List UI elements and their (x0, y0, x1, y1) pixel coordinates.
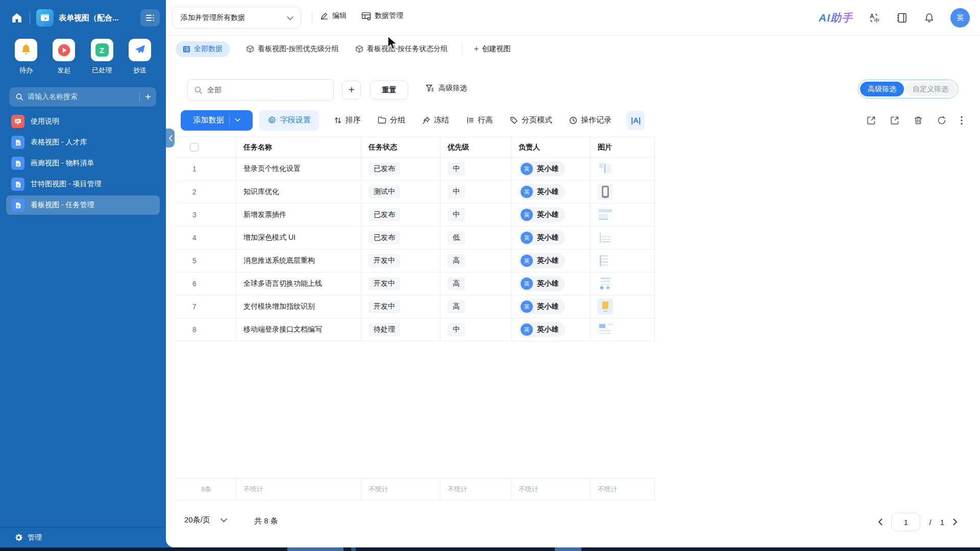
attachment-image[interactable] (598, 276, 613, 291)
toggle-advanced-filter[interactable]: 高级筛选 (860, 82, 904, 96)
delete-button[interactable] (914, 116, 923, 125)
table-row[interactable]: 5 消息推送系统底层重构 开发中 高 英英小雄 (177, 249, 655, 272)
table-row[interactable]: 1 登录页个性化设置 已发布 中 英英小雄 (177, 158, 655, 181)
create-view-button[interactable]: + 创建视图 (474, 44, 510, 54)
add-view-icon[interactable]: + (145, 92, 151, 102)
table-search-input[interactable]: 全部 (187, 79, 334, 101)
status-tag[interactable]: 开发中 (369, 300, 400, 313)
admin-button[interactable]: 管理 (0, 527, 166, 547)
owner-chip[interactable]: 英英小雄 (519, 299, 565, 314)
more-button[interactable] (961, 116, 963, 125)
column-stat[interactable]: 不统计 (369, 485, 388, 494)
sidebar-collapse-handle[interactable] (166, 129, 175, 147)
attachment-image[interactable] (598, 322, 613, 337)
task-name-cell[interactable]: 消息推送系统底层重构 (243, 256, 315, 265)
advanced-filter-button[interactable]: 高级筛选 (425, 84, 467, 93)
owner-chip[interactable]: 英英小雄 (519, 322, 565, 337)
page-size-dropdown[interactable]: 20条/页 (184, 515, 227, 525)
status-tag[interactable]: 测试中 (369, 185, 400, 198)
home-button[interactable] (9, 10, 24, 26)
pagination-mode-button[interactable]: 分页模式 (510, 115, 552, 125)
priority-tag[interactable]: 高 (448, 300, 465, 313)
tab-all-data[interactable]: 全部数据 (176, 41, 230, 57)
status-tag[interactable]: 开发中 (369, 254, 400, 267)
column-header[interactable]: 负责人 (519, 143, 540, 152)
add-data-button[interactable]: 添加数据 (181, 110, 253, 131)
column-stat[interactable]: 不统计 (519, 485, 538, 494)
owner-chip[interactable]: 英英小雄 (519, 230, 565, 245)
sidebar-item-table-view[interactable]: 表格视图 - 人才库 (6, 133, 160, 152)
attachment-image[interactable] (598, 207, 613, 222)
freeze-button[interactable]: 冻结 (422, 115, 449, 125)
quick-action-initiate[interactable]: 发起 (52, 39, 76, 75)
status-tag[interactable]: 已发布 (369, 208, 400, 221)
quick-action-cc[interactable]: 抄送 (128, 39, 152, 75)
priority-tag[interactable]: 高 (448, 277, 465, 290)
next-page-button[interactable] (953, 518, 958, 525)
table-row[interactable]: 2 知识库优化 测试中 中 英英小雄 (177, 181, 655, 204)
priority-tag[interactable]: 中 (448, 208, 465, 221)
column-header[interactable]: 任务名称 (243, 143, 272, 152)
current-page-input[interactable]: 1 (891, 513, 920, 531)
priority-tag[interactable]: 高 (448, 254, 465, 267)
priority-tag[interactable]: 低 (448, 231, 465, 244)
toggle-custom-filter[interactable]: 自定义筛选 (905, 82, 956, 96)
owner-chip[interactable]: 英英小雄 (519, 276, 565, 291)
status-tag[interactable]: 开发中 (369, 277, 400, 290)
task-name-cell[interactable]: 登录页个性化设置 (243, 164, 301, 173)
task-name-cell[interactable]: 全球多语言切换功能上线 (243, 279, 322, 288)
sidebar-item-kanban-view[interactable]: 看板视图 - 任务管理 (6, 195, 160, 215)
status-tag[interactable]: 已发布 (369, 162, 400, 176)
ai-assistant-logo[interactable]: AI助手 (819, 11, 853, 25)
status-tag[interactable]: 待处理 (369, 323, 400, 336)
attachment-image[interactable] (598, 184, 613, 199)
table-row[interactable]: 4 增加深色模式 UI 已发布 低 英英小雄 (177, 227, 655, 249)
group-button[interactable]: 分组 (378, 115, 405, 125)
refresh-button[interactable] (937, 116, 946, 125)
attachment-image[interactable] (598, 161, 613, 177)
prev-page-button[interactable] (878, 518, 883, 525)
priority-tag[interactable]: 中 (448, 185, 465, 198)
data-scope-dropdown[interactable]: 添加并管理所有数据 (172, 7, 301, 29)
sidebar-item-gantt-view[interactable]: 甘特图视图 - 项目管理 (6, 174, 160, 194)
owner-chip[interactable]: 英英小雄 (519, 253, 565, 268)
tab-kanban-status[interactable]: 看板视图-按任务状态分组 (355, 44, 448, 54)
column-stat[interactable]: 不统计 (598, 485, 618, 494)
data-manage-button[interactable]: 数据管理 (361, 11, 403, 20)
priority-tag[interactable]: 中 (448, 323, 465, 336)
table-row[interactable]: 6 全球多语言切换功能上线 开发中 高 英英小雄 (177, 272, 655, 295)
field-settings-button[interactable]: 字段设置 (259, 110, 319, 131)
select-all-checkbox[interactable] (190, 143, 199, 152)
ai-field-button[interactable]: |A| (627, 111, 645, 130)
owner-chip[interactable]: 英英小雄 (519, 161, 565, 177)
column-header[interactable]: 优先级 (448, 143, 469, 152)
quick-action-processed[interactable]: Z 已处理 (90, 39, 114, 75)
column-header[interactable]: 任务状态 (369, 143, 397, 152)
column-stat[interactable]: 不统计 (448, 485, 468, 494)
sidebar-menu-button[interactable] (140, 9, 160, 27)
notebook-button[interactable] (896, 12, 908, 24)
sort-button[interactable]: 排序 (334, 115, 361, 125)
attachment-image[interactable] (598, 299, 613, 314)
export-button[interactable] (890, 116, 899, 125)
reset-button[interactable]: 重置 (370, 81, 408, 99)
priority-tag[interactable]: 中 (448, 162, 465, 176)
notifications-button[interactable] (923, 12, 935, 24)
add-filter-button[interactable]: + (342, 81, 361, 99)
user-avatar[interactable]: 英 (950, 8, 970, 28)
column-header[interactable]: 图片 (598, 143, 612, 152)
attachment-image[interactable] (598, 230, 613, 245)
import-button[interactable] (867, 116, 876, 125)
owner-chip[interactable]: 英英小雄 (519, 184, 565, 199)
task-name-cell[interactable]: 增加深色模式 UI (243, 233, 296, 242)
status-tag[interactable]: 已发布 (369, 231, 400, 244)
task-name-cell[interactable]: 新增发票插件 (243, 210, 286, 219)
row-height-button[interactable]: 行高 (466, 115, 493, 125)
task-name-cell[interactable]: 知识库优化 (243, 187, 279, 196)
sidebar-item-guide[interactable]: 使用说明 (6, 112, 160, 131)
column-stat[interactable]: 不统计 (243, 485, 263, 494)
translate-button[interactable]: A中 (868, 12, 880, 24)
table-row[interactable]: 3 新增发票插件 已发布 中 英英小雄 (177, 204, 655, 227)
quick-action-todo[interactable]: 待办 (14, 39, 38, 75)
owner-chip[interactable]: 英英小雄 (519, 207, 565, 222)
